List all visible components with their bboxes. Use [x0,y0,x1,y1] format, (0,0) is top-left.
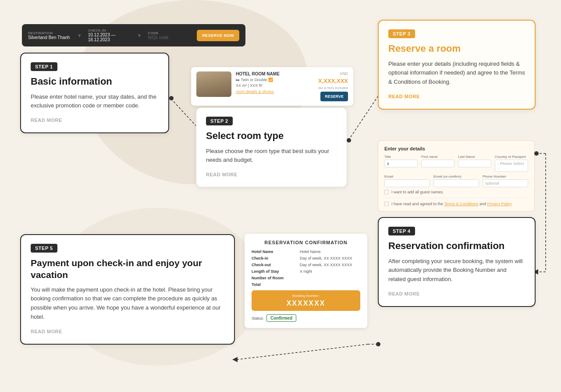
booking-number-box: Booking Number: XXXXXXX [252,290,360,311]
step4-description: After completing your secure booking, th… [388,257,525,284]
res-confirm-title: RESERVATION CONFIRMATION [252,240,360,245]
first-name-label: First name [421,155,454,159]
email-input[interactable] [384,179,430,187]
form-divider [384,198,528,198]
res-row-length: Length of Stay X night [252,269,360,274]
step5-badge: STEP 5 [31,244,57,253]
step1-title: Basic information [31,75,159,88]
entry-details-form: Enter your details Title s First name La… [378,140,535,212]
room-details-link[interactable]: room details & photos [236,89,314,94]
res-length-key: Length of Stay [252,269,300,274]
email-confirm-field[interactable]: Email (re-confirm) [433,175,479,187]
step1-badge: STEP 1 [31,62,57,71]
connector-dot-3 [534,151,539,156]
booking-number: XXXXXXX [287,299,326,307]
last-name-input[interactable] [458,160,491,167]
destination-label: DESTINATION [28,31,71,35]
res-checkin-key: Check-in [252,256,300,260]
room-price: VND X,XXX,XXX tax & fees included RESERV… [318,71,348,101]
step5-read-more[interactable]: READ MORE [31,329,62,334]
last-name-field[interactable]: Last Name [458,155,491,172]
step3-card: STEP 3 Reserve a room Please enter your … [378,20,536,110]
privacy-link[interactable]: Privacy Policy [487,202,512,206]
step5-description: You will make the payment upon check-in … [31,285,224,322]
step2-title: Select room type [206,130,337,143]
step4-badge: STEP 4 [388,227,415,235]
step1-read-more[interactable]: READ MORE [31,118,62,123]
res-checkout-key: Check-out [252,263,300,267]
country-field[interactable]: Country of Passport - Please Select - [495,155,528,172]
phone-input[interactable]: optional [483,179,528,187]
connector-dot-2 [347,138,351,143]
entry-row-2: Email Email (re-confirm) Phone Number op… [384,175,528,187]
first-name-field[interactable]: First name [421,155,454,172]
res-total-key: Total [252,282,300,287]
res-row-checkout: Check-out Day of week, XX XXXX XXXX [252,263,360,267]
phone-field[interactable]: Phone Number optional [483,175,528,187]
title-label: Title [384,155,418,159]
terms-checkbox[interactable] [384,202,389,206]
phone-label: Phone Number [483,175,528,178]
room-info: HOTEL ROOM NAME 🛏 Twin or Double 📶 XX m²… [236,71,314,94]
step3-badge: STEP 3 [388,29,415,38]
entry-row-1: Title s First name Last Name Country of … [384,155,528,172]
email-field[interactable]: Email [384,175,430,187]
step5-title: Payment upon check-in and enjoy your vac… [31,257,224,281]
guest-names-text: I want to add all guest names. [391,190,444,194]
connector-dot-1 [169,96,174,100]
step2-read-more[interactable]: READ MORE [206,172,238,177]
svg-line-6 [237,344,368,360]
sep2: ▼ [137,33,142,38]
res-checkout-val: Day of week, XX XXXX XXXX [300,263,360,267]
step4-title: Reservation confirmation [388,240,525,253]
checkin-field[interactable]: CHECK-IN 10.12.2023 — 18.12.2023 [88,29,131,42]
guest-names-row: I want to add all guest names. [384,190,528,194]
checkin-value: 10.12.2023 — 18.12.2023 [88,32,131,42]
room-image [196,71,231,97]
step2-card: STEP 2 Select room type Please choose th… [196,107,347,187]
step3-title: Reserve a room [388,43,525,55]
res-row-total: Total [252,282,360,287]
connector-dot-4 [376,342,380,346]
status-label: Status: [252,316,264,321]
status-confirmed: Confirmed [266,314,296,322]
res-checkin-val: Day of week, XX XXXX XXXX [300,256,360,260]
title-input[interactable]: s [384,160,418,167]
destination-value: Silverland Ben Thanh [28,35,71,40]
email-confirm-input[interactable] [433,179,479,187]
title-field[interactable]: Title s [384,155,418,172]
step4-read-more[interactable]: READ MORE [388,291,420,296]
res-length-val: X night [300,269,360,274]
email-label: Email [384,175,430,178]
room-icons: 🛏 Twin or Double 📶 [236,78,314,82]
destination-field[interactable]: DESTINATION Silverland Ben Thanh [28,31,71,40]
room-reserve-button[interactable]: RESERVE [320,92,348,101]
res-row-rooms: Number of Room [252,276,360,280]
terms-text: I have read and agreed to the Terms & Co… [391,202,512,206]
step2-description: Please choose the room type that best su… [206,147,337,165]
room-mini-card: HOTEL ROOM NAME 🛏 Twin or Double 📶 XX m²… [191,67,353,106]
checkin-label: CHECK-IN [88,29,131,32]
reservation-confirmation-card: RESERVATION CONFIRMATION Hotel Name Hote… [245,234,367,328]
res-table: Hotel Name Hotel Name Check-in Day of we… [252,249,360,287]
terms-row: I have read and agreed to the Terms & Co… [384,202,528,206]
res-hotel-val: Hotel Name [300,249,360,254]
code-field[interactable]: CODE N/Qc code [148,31,191,40]
res-total-val [300,282,360,287]
last-name-label: Last Name [458,155,491,159]
step3-read-more[interactable]: READ MORE [388,94,420,99]
res-hotel-key: Hotel Name [252,249,300,254]
first-name-input[interactable] [421,160,454,167]
step3-description: Please enter your details (including req… [388,60,525,87]
res-row-checkin: Check-in Day of week, XX XXXX XXXX [252,256,360,260]
terms-link[interactable]: Terms & Conditions [444,202,478,206]
country-select[interactable]: - Please Select - [495,160,528,172]
step5-card: STEP 5 Payment upon check-in and enjoy y… [20,234,235,345]
step2-badge: STEP 2 [206,117,233,125]
code-label: CODE [148,31,191,35]
res-row-hotel: Hotel Name Hotel Name [252,249,360,254]
code-value: N/Qc code [148,35,191,40]
step4-card: STEP 4 Reservation confirmation After co… [378,217,536,307]
guest-names-checkbox[interactable] [384,190,389,194]
reserve-now-button[interactable]: RESERVE NOW [197,30,239,41]
